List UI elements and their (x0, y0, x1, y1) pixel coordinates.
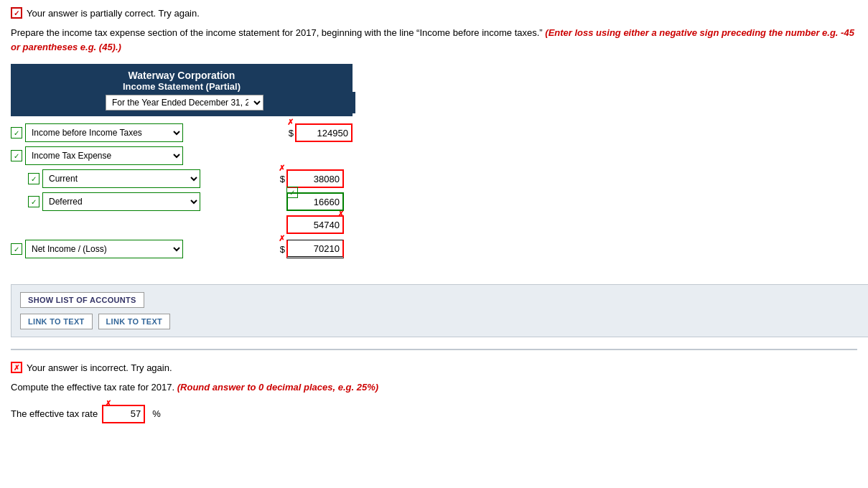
instruction-2: Compute the effective tax rate for 2017.… (11, 380, 857, 395)
check-icon-3: ✓ (28, 173, 39, 184)
x-mark-1: ✗ (287, 118, 294, 127)
income-before-taxes-input[interactable] (295, 123, 353, 142)
deferred-row: ✓ Deferred ✓ (28, 192, 344, 211)
stmt-name: Income Statement (Partial) (14, 81, 350, 92)
date-row: For the Year Ended December 31, 2017 (14, 92, 355, 113)
date-select[interactable]: For the Year Ended December 31, 2017 (106, 95, 263, 111)
check-icon-4: ✓ (28, 196, 39, 207)
corp-name: Waterway Corporation (14, 70, 350, 81)
x-mark-4: ✗ (279, 234, 285, 243)
income-before-taxes-row: ✓ Income before Income Taxes ✗ $ (11, 123, 353, 142)
link-row: LINK TO TEXT LINK TO TEXT (20, 314, 859, 329)
instruction-1: Prepare the income tax expense section o… (11, 26, 857, 54)
check-icon-6: ✓ (11, 243, 22, 255)
income-before-taxes-select[interactable]: Income before Income Taxes (25, 123, 183, 142)
wrong-icon: ✗ (11, 362, 22, 373)
subtotal-row: ✗ (28, 215, 344, 234)
x-mark-5: ✗ (105, 399, 111, 408)
status-text-1: Your answer is partially correct. Try ag… (27, 8, 200, 19)
dollar-sign-1: $ (289, 128, 294, 139)
net-income-select[interactable]: Net Income / (Loss) (25, 240, 183, 258)
show-list-button[interactable]: SHOW LIST OF ACCOUNTS (20, 292, 144, 308)
check-icon-5: ✓ (286, 187, 298, 198)
check-icon-1: ✓ (11, 127, 22, 139)
effective-tax-label: The effective tax rate (11, 408, 98, 419)
status-bar-1: ✓ Your answer is partially correct. Try … (11, 7, 857, 19)
subtotal-input[interactable] (286, 215, 344, 234)
status-text-2: Your answer is incorrect. Try again. (27, 362, 172, 373)
income-tax-expense-row: ✓ Income Tax Expense (11, 146, 353, 165)
income-tax-expense-select[interactable]: Income Tax Expense (25, 146, 183, 165)
current-input[interactable] (286, 169, 344, 188)
percent-sign: % (152, 408, 161, 419)
current-row: ✓ Current ✗ $ (28, 169, 344, 188)
deferred-select[interactable]: Deferred (42, 192, 200, 211)
table-header: Waterway Corporation Income Statement (P… (11, 64, 353, 116)
bottom-area: SHOW LIST OF ACCOUNTS LINK TO TEXT LINK … (11, 284, 868, 337)
link-to-text-button-2[interactable]: LINK TO TEXT (98, 314, 171, 329)
net-income-row: ✓ Net Income / (Loss) ✗ $ (11, 240, 344, 258)
effective-tax-row: The effective tax rate ✗ % (11, 405, 857, 423)
check-icon-2: ✓ (11, 150, 22, 161)
link-to-text-button-1[interactable]: LINK TO TEXT (20, 314, 93, 329)
dollar-sign-2: $ (280, 174, 285, 184)
net-income-input[interactable] (286, 240, 344, 258)
dollar-sign-3: $ (280, 244, 285, 255)
partial-correct-icon: ✓ (11, 7, 22, 19)
section-divider (11, 349, 857, 350)
x-mark-2: ✗ (279, 164, 285, 173)
x-mark-3: ✗ (337, 210, 344, 219)
current-select[interactable]: Current (42, 169, 200, 188)
form-area: ✓ Income before Income Taxes ✗ $ ✓ Incom… (11, 116, 353, 270)
status-bar-2: ✗ Your answer is incorrect. Try again. (11, 362, 857, 373)
